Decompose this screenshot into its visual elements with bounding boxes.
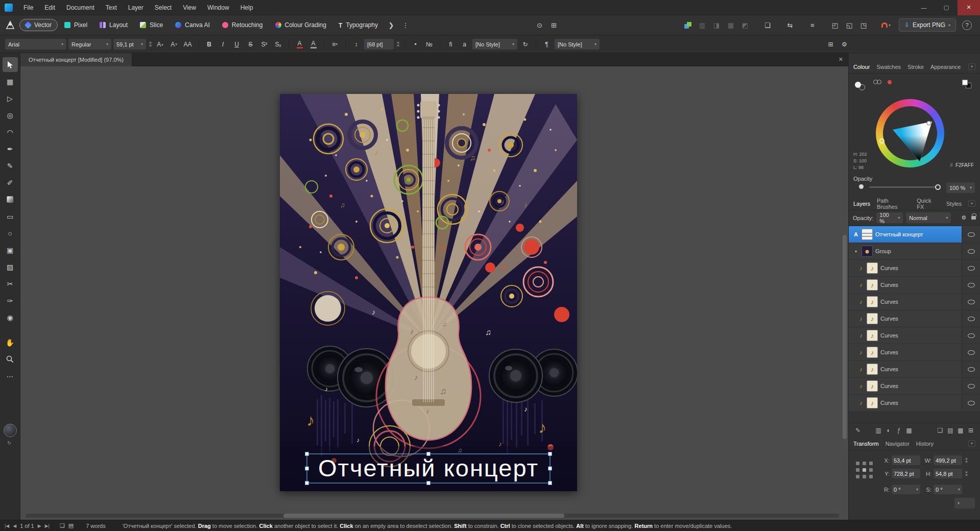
layer-row-group[interactable]: ▾ Group bbox=[849, 243, 980, 260]
persona-retouching[interactable]: Retouching bbox=[217, 19, 269, 31]
persona-overflow-icon[interactable]: ❯ bbox=[385, 18, 398, 32]
transform-tool[interactable]: ▦ bbox=[3, 74, 18, 89]
persona-colour-grading[interactable]: Colour Grading bbox=[270, 19, 332, 31]
colour-triangle[interactable] bbox=[876, 99, 944, 167]
ligatures-button[interactable]: fi bbox=[445, 39, 457, 50]
menu-edit[interactable]: Edit bbox=[39, 0, 61, 15]
tab-swatches[interactable]: Swatches bbox=[876, 64, 901, 70]
character-style-combo[interactable]: [No Style]▾ bbox=[472, 39, 517, 50]
eye-icon[interactable] bbox=[968, 401, 975, 405]
visibility-cell[interactable] bbox=[962, 361, 980, 377]
tab-appearance[interactable]: Appearance bbox=[930, 64, 961, 70]
layer-row[interactable]: ♪♪Curves bbox=[849, 327, 980, 344]
fill-stroke-selector-icon[interactable] bbox=[855, 82, 867, 91]
layer-effects-icon[interactable]: ƒ bbox=[894, 427, 904, 434]
layer-row[interactable]: ♪♪Curves bbox=[849, 395, 980, 411]
font-style-combo[interactable]: Regular▾ bbox=[68, 39, 111, 50]
blend-mode-combo[interactable]: Normal▾ bbox=[906, 212, 951, 223]
panel-menu-icon[interactable]: ▾ bbox=[968, 200, 975, 207]
eye-icon[interactable] bbox=[968, 317, 975, 321]
persona-canva-ai[interactable]: Canva AI bbox=[170, 19, 216, 31]
poster-title-text[interactable]: Отчетный концерт bbox=[318, 454, 539, 481]
font-family-combo[interactable]: Arial▾ bbox=[5, 39, 66, 50]
help-button[interactable]: ? bbox=[962, 20, 972, 30]
persona-typography[interactable]: TTypography bbox=[333, 19, 384, 31]
move-tool[interactable] bbox=[3, 57, 18, 72]
colour-wheel[interactable] bbox=[876, 99, 944, 167]
zoom-tool[interactable] bbox=[3, 352, 18, 367]
move-front-icon[interactable]: ▦ bbox=[724, 18, 737, 32]
vector-brush-tool[interactable]: ✐ bbox=[3, 175, 18, 190]
visibility-cell[interactable] bbox=[962, 395, 980, 411]
size-stepper[interactable]: ▴▾ bbox=[965, 457, 968, 463]
layer-row[interactable]: ♪♪Curves bbox=[849, 361, 980, 378]
account-avatar[interactable] bbox=[4, 424, 17, 437]
new-layer-icon[interactable]: ▩ bbox=[955, 427, 966, 434]
move-back-icon[interactable]: ▥ bbox=[696, 18, 709, 32]
move-forward-icon[interactable]: ◨ bbox=[710, 18, 723, 32]
menu-window[interactable]: Window bbox=[202, 0, 235, 15]
first-page-button[interactable]: |◀ bbox=[5, 523, 9, 528]
lock-icon[interactable] bbox=[971, 216, 976, 220]
visibility-cell[interactable] bbox=[962, 260, 980, 276]
decrease-font-button[interactable]: A▾ bbox=[168, 39, 180, 50]
style-picker-tool[interactable]: ✑ bbox=[3, 293, 18, 308]
menu-help[interactable]: Help bbox=[235, 0, 259, 15]
bold-button[interactable]: B bbox=[203, 39, 215, 50]
step-down-icon[interactable]: ▾ bbox=[396, 44, 400, 47]
minimize-button[interactable]: — bbox=[913, 0, 935, 15]
more-tools-button[interactable]: ⋯ bbox=[3, 369, 18, 383]
superscript-button[interactable]: Sˣ bbox=[258, 39, 270, 50]
tab-history[interactable]: History bbox=[916, 441, 934, 447]
snapping-button[interactable]: ▾ bbox=[879, 18, 893, 32]
persona-vector[interactable]: Vector bbox=[19, 19, 58, 31]
visibility-cell[interactable] bbox=[962, 294, 980, 310]
layer-row[interactable]: ♪♪Curves bbox=[849, 260, 980, 277]
anchor-point-grid[interactable] bbox=[856, 462, 873, 478]
menu-file[interactable]: File bbox=[18, 0, 39, 15]
group-layers-icon[interactable]: ▤ bbox=[945, 427, 955, 434]
visibility-cell[interactable] bbox=[962, 310, 980, 327]
duplicate-layer-icon[interactable]: ❏ bbox=[935, 427, 945, 434]
visibility-cell[interactable] bbox=[962, 277, 980, 293]
font-size-combo[interactable]: 59,1 pt▾ bbox=[113, 39, 146, 50]
black-white-swatches-icon[interactable] bbox=[962, 80, 973, 89]
leading-stepper[interactable]: ▴▾ bbox=[396, 41, 400, 47]
typography-options-button[interactable]: a bbox=[459, 39, 470, 50]
visibility-cell[interactable] bbox=[962, 243, 980, 259]
colour-picker-tool[interactable]: ◉ bbox=[3, 310, 18, 325]
strikethrough-button[interactable]: S bbox=[245, 39, 256, 50]
transform-options-combo[interactable]: ▾ bbox=[954, 498, 975, 509]
pen-tool[interactable]: ✒ bbox=[3, 141, 18, 156]
view-mode-3-icon[interactable]: ◳ bbox=[857, 18, 870, 32]
h-field[interactable]: 54,8 pt bbox=[934, 469, 962, 478]
step-down-icon[interactable]: ▾ bbox=[965, 461, 968, 463]
corner-tool[interactable]: ◠ bbox=[3, 125, 18, 139]
link-colours-icon[interactable] bbox=[873, 80, 882, 85]
spread-view-icon[interactable]: ▤ bbox=[68, 522, 74, 529]
tab-layers[interactable]: Layers bbox=[853, 201, 870, 207]
persona-menu-icon[interactable]: ⋮ bbox=[399, 18, 412, 32]
persona-layout[interactable]: Layout bbox=[94, 19, 133, 31]
menu-select[interactable]: Select bbox=[149, 0, 177, 15]
insert-grid-icon[interactable]: ⊞ bbox=[547, 18, 560, 32]
italic-button[interactable]: I bbox=[217, 39, 229, 50]
increase-font-button[interactable]: A▴ bbox=[154, 39, 166, 50]
baseline-grid-button[interactable]: ⊞ bbox=[825, 39, 836, 50]
insert-target-icon[interactable]: ⊙ bbox=[533, 18, 546, 32]
layers-opacity-combo[interactable]: 100 %▾ bbox=[876, 212, 903, 223]
poster-document[interactable]: ♪♫♪♫♪ ♪♫♪♪♫♪ ♪♪♪♫♪♫♪ Отчетный концерт bbox=[280, 94, 577, 491]
vector-crop-tool[interactable]: ✂ bbox=[3, 276, 18, 291]
visibility-cell[interactable] bbox=[962, 226, 980, 243]
horizontal-scrollbar-thumb[interactable] bbox=[283, 514, 564, 518]
ellipse-tool[interactable]: ○ bbox=[3, 226, 18, 240]
step-down-icon[interactable]: ▾ bbox=[965, 474, 968, 476]
view-mode-2-icon[interactable]: ◱ bbox=[843, 18, 856, 32]
style-sync-button[interactable]: ↻ bbox=[519, 39, 531, 50]
size-stepper[interactable]: ▴▾ bbox=[965, 471, 968, 476]
eye-icon[interactable] bbox=[968, 367, 975, 372]
shear-field[interactable]: 0 °▾ bbox=[934, 485, 962, 494]
move-bottom-icon[interactable]: ◩ bbox=[738, 18, 752, 32]
subscript-button[interactable]: Sₓ bbox=[272, 39, 284, 50]
opacity-slider[interactable] bbox=[869, 186, 939, 188]
